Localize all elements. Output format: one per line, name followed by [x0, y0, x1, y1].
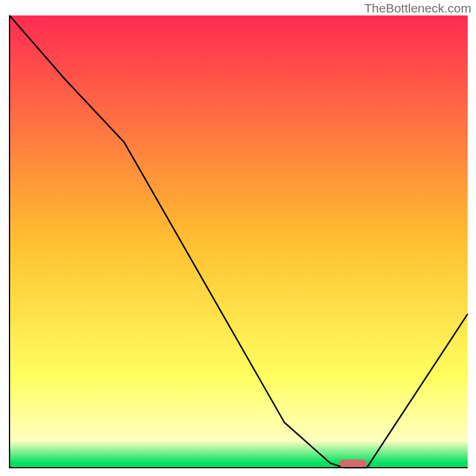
bottleneck-chart [8, 14, 469, 469]
optimal-marker [339, 459, 367, 468]
attribution-text: TheBottleneck.com [364, 1, 471, 15]
chart-background [10, 15, 468, 468]
chart-svg [8, 14, 469, 469]
